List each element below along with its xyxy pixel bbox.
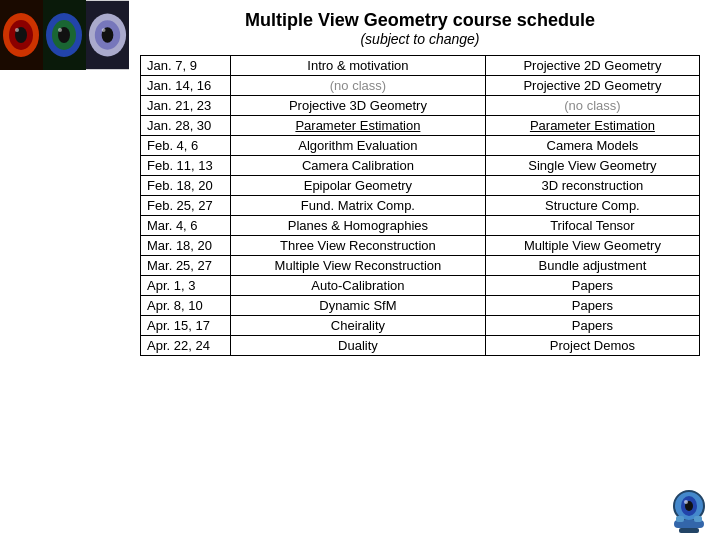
table-row: Apr. 22, 24DualityProject Demos: [141, 336, 700, 356]
table-row: Jan. 28, 30Parameter EstimationParameter…: [141, 116, 700, 136]
table-middle: Planes & Homographies: [231, 216, 486, 236]
table-date: Mar. 25, 27: [141, 256, 231, 276]
eye-image-1: [0, 0, 43, 70]
table-middle: Duality: [231, 336, 486, 356]
svg-point-14: [102, 28, 106, 32]
table-middle: Projective 3D Geometry: [231, 96, 486, 116]
title-block: Multiple View Geometry course schedule (…: [140, 10, 700, 47]
table-middle: Multiple View Reconstruction: [231, 256, 486, 276]
table-right: Papers: [485, 316, 699, 336]
table-row: Mar. 4, 6Planes & HomographiesTrifocal T…: [141, 216, 700, 236]
table-date: Jan. 7, 9: [141, 56, 231, 76]
page-subtitle: (subject to change): [140, 31, 700, 47]
table-date: Feb. 18, 20: [141, 176, 231, 196]
table-row: Jan. 21, 23Projective 3D Geometry(no cla…: [141, 96, 700, 116]
table-date: Jan. 14, 16: [141, 76, 231, 96]
table-date: Mar. 18, 20: [141, 236, 231, 256]
table-row: Apr. 8, 10Dynamic SfMPapers: [141, 296, 700, 316]
svg-point-18: [684, 500, 688, 504]
table-right: Projective 2D Geometry: [485, 76, 699, 96]
table-right: Project Demos: [485, 336, 699, 356]
table-right: Single View Geometry: [485, 156, 699, 176]
table-row: Mar. 25, 27Multiple View ReconstructionB…: [141, 256, 700, 276]
table-date: Apr. 15, 17: [141, 316, 231, 336]
table-right: Camera Models: [485, 136, 699, 156]
svg-rect-22: [694, 516, 702, 522]
svg-rect-21: [676, 516, 684, 522]
table-middle: Three View Reconstruction: [231, 236, 486, 256]
svg-point-4: [15, 28, 19, 32]
table-date: Mar. 4, 6: [141, 216, 231, 236]
table-middle: Camera Calibration: [231, 156, 486, 176]
table-date: Feb. 4, 6: [141, 136, 231, 156]
table-date: Jan. 28, 30: [141, 116, 231, 136]
table-right: Papers: [485, 296, 699, 316]
page-title: Multiple View Geometry course schedule: [140, 10, 700, 31]
table-middle: Epipolar Geometry: [231, 176, 486, 196]
table-middle: Fund. Matrix Comp.: [231, 196, 486, 216]
table-row: Feb. 18, 20Epipolar Geometry3D reconstru…: [141, 176, 700, 196]
table-row: Mar. 18, 20Three View ReconstructionMult…: [141, 236, 700, 256]
table-right: Multiple View Geometry: [485, 236, 699, 256]
table-row: Jan. 7, 9Intro & motivationProjective 2D…: [141, 56, 700, 76]
table-middle: Parameter Estimation: [231, 116, 486, 136]
table-right: Papers: [485, 276, 699, 296]
schedule-table: Jan. 7, 9Intro & motivationProjective 2D…: [140, 55, 700, 356]
table-right: Parameter Estimation: [485, 116, 699, 136]
table-right: 3D reconstruction: [485, 176, 699, 196]
table-row: Apr. 15, 17CheiralityPapers: [141, 316, 700, 336]
table-date: Apr. 22, 24: [141, 336, 231, 356]
eye-image-2: [43, 0, 86, 70]
svg-rect-20: [679, 528, 699, 533]
table-date: Jan. 21, 23: [141, 96, 231, 116]
table-middle: Algorithm Evaluation: [231, 136, 486, 156]
svg-point-9: [58, 28, 62, 32]
table-middle: Intro & motivation: [231, 56, 486, 76]
table-middle: Dynamic SfM: [231, 296, 486, 316]
table-date: Apr. 1, 3: [141, 276, 231, 296]
header-images: [0, 0, 130, 70]
table-right: Trifocal Tensor: [485, 216, 699, 236]
table-row: Apr. 1, 3Auto-CalibrationPapers: [141, 276, 700, 296]
table-row: Feb. 11, 13Camera CalibrationSingle View…: [141, 156, 700, 176]
main-content: Multiple View Geometry course schedule (…: [130, 0, 720, 366]
table-middle: Cheirality: [231, 316, 486, 336]
table-date: Feb. 11, 13: [141, 156, 231, 176]
table-date: Feb. 25, 27: [141, 196, 231, 216]
table-right: Projective 2D Geometry: [485, 56, 699, 76]
table-row: Jan. 14, 16(no class)Projective 2D Geome…: [141, 76, 700, 96]
table-right: Structure Comp.: [485, 196, 699, 216]
eye-image-3: [86, 0, 129, 70]
bottom-right-icon: [664, 486, 714, 536]
table-row: Feb. 4, 6Algorithm EvaluationCamera Mode…: [141, 136, 700, 156]
table-middle: (no class): [231, 76, 486, 96]
table-right: (no class): [485, 96, 699, 116]
table-date: Apr. 8, 10: [141, 296, 231, 316]
table-middle: Auto-Calibration: [231, 276, 486, 296]
table-right: Bundle adjustment: [485, 256, 699, 276]
table-row: Feb. 25, 27Fund. Matrix Comp.Structure C…: [141, 196, 700, 216]
